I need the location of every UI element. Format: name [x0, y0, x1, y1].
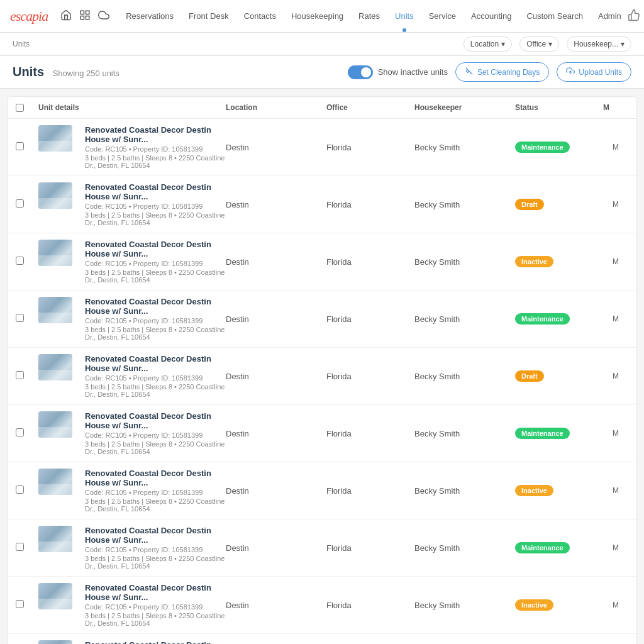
unit-housekeeper: Becky Smith [414, 486, 515, 496]
unit-name[interactable]: Renovated Coastal Decor Destin House w/ … [85, 640, 226, 644]
unit-cell: Renovated Coastal Decor Destin House w/ … [38, 469, 226, 513]
home-icon[interactable] [60, 9, 72, 23]
row-checkbox-col[interactable] [16, 314, 38, 324]
status-badge: Maintenance [515, 142, 570, 153]
unit-location: Destin [226, 314, 326, 324]
row-checkbox[interactable] [16, 428, 24, 436]
set-cleaning-days-button[interactable]: Set Cleaning Days [455, 62, 549, 82]
upload-units-button[interactable]: Upload Units [557, 62, 631, 82]
row-checkbox-col[interactable] [16, 371, 38, 381]
unit-image [38, 583, 72, 609]
unit-name[interactable]: Renovated Coastal Decor Destin House w/ … [85, 125, 226, 144]
table-body: Renovated Coastal Decor Destin House w/ … [8, 119, 636, 644]
unit-housekeeper: Becky Smith [414, 200, 515, 209]
nav-contacts[interactable]: Contacts [238, 9, 282, 23]
unit-cell: Renovated Coastal Decor Destin House w/ … [38, 297, 226, 341]
show-inactive-toggle[interactable] [348, 65, 373, 79]
housekeep-filter[interactable]: Housekeep... ▾ [567, 36, 631, 52]
cloud-icon[interactable] [98, 9, 109, 23]
unit-location: Destin [226, 543, 326, 553]
unit-location: Destin [226, 257, 326, 267]
unit-office: Florida [326, 143, 414, 152]
logo: escapia [10, 8, 48, 25]
unit-info: 3 beds | 2.5 baths | Sleeps 8 • 2250 Coa… [85, 154, 226, 169]
unit-code: Code: RC105 • Property ID: 10581399 [85, 546, 226, 553]
nav-units[interactable]: Units [389, 9, 420, 23]
row-checkbox[interactable] [16, 600, 24, 608]
unit-location: Destin [226, 486, 326, 496]
unit-name[interactable]: Renovated Coastal Decor Destin House w/ … [85, 526, 226, 545]
units-table: Unit details Location Office Housekeeper… [8, 96, 636, 644]
unit-details: Renovated Coastal Decor Destin House w/ … [79, 640, 226, 644]
select-all-checkbox[interactable] [16, 104, 24, 112]
nav-rates[interactable]: Rates [352, 9, 386, 23]
nav-links: Reservations Front Desk Contacts Houseke… [119, 9, 628, 23]
unit-name[interactable]: Renovated Coastal Decor Destin House w/ … [85, 354, 226, 373]
row-checkbox[interactable] [16, 486, 24, 494]
table-row: Renovated Coastal Decor Destin House w/ … [8, 233, 636, 291]
row-checkbox[interactable] [16, 199, 24, 208]
nav-custom-search[interactable]: Custom Search [520, 9, 589, 23]
unit-name[interactable]: Renovated Coastal Decor Destin House w/ … [85, 240, 226, 258]
col-status: Status [515, 103, 603, 112]
unit-image [38, 526, 72, 552]
row-checkbox-col[interactable] [16, 142, 38, 152]
upload-btn-label: Upload Units [579, 68, 622, 77]
table-row: Renovated Coastal Decor Destin House w/ … [8, 405, 636, 462]
row-checkbox[interactable] [16, 314, 24, 322]
row-checkbox[interactable] [16, 371, 24, 379]
row-checkbox-col[interactable] [16, 543, 38, 553]
unit-code: Code: RC105 • Property ID: 10581399 [85, 203, 226, 210]
unit-name[interactable]: Renovated Coastal Decor Destin House w/ … [85, 469, 226, 487]
office-filter[interactable]: Office ▾ [519, 36, 559, 52]
row-checkbox-col[interactable] [16, 257, 38, 267]
unit-code: Code: RC105 • Property ID: 10581399 [85, 489, 226, 496]
top-navigation: escapia Reservations Front Desk Contacts… [0, 0, 644, 33]
nav-service[interactable]: Service [423, 9, 462, 23]
table-row: Renovated Coastal Decor Destin House w/ … [8, 519, 636, 577]
row-checkbox[interactable] [16, 257, 24, 265]
col-unit-details: Unit details [38, 103, 226, 112]
unit-cell: Renovated Coastal Decor Destin House w/ … [38, 182, 226, 226]
unit-location: Destin [226, 429, 326, 438]
row-checkbox-col[interactable] [16, 486, 38, 496]
unit-location: Destin [226, 200, 326, 209]
location-filter[interactable]: Location ▾ [464, 36, 512, 52]
unit-name[interactable]: Renovated Coastal Decor Destin House w/ … [85, 411, 226, 430]
unit-info: 3 beds | 2.5 baths | Sleeps 8 • 2250 Coa… [85, 497, 226, 513]
nav-reservations[interactable]: Reservations [119, 9, 180, 23]
table-row: Renovated Coastal Decor Destin House w/ … [8, 119, 636, 176]
nav-front-desk[interactable]: Front Desk [182, 9, 235, 23]
housekeep-filter-label: Housekeep... [574, 40, 618, 48]
nav-accounting[interactable]: Accounting [465, 9, 518, 23]
page-header: Units Showing 250 units Show inactive un… [0, 56, 644, 89]
unit-office: Florida [326, 200, 414, 209]
nav-housekeeping[interactable]: Housekeeping [285, 9, 350, 23]
unit-name[interactable]: Renovated Coastal Decor Destin House w/ … [85, 297, 226, 316]
row-checkbox-col[interactable] [16, 600, 38, 610]
unit-info: 3 beds | 2.5 baths | Sleeps 8 • 2250 Coa… [85, 326, 226, 341]
row-checkbox[interactable] [16, 543, 24, 551]
thumbs-up-icon[interactable] [628, 14, 640, 23]
unit-status: Maintenance [515, 542, 603, 553]
nav-right-actions [628, 9, 640, 23]
header-actions: Show inactive units Set Cleaning Days Up… [348, 62, 631, 82]
grid-icon[interactable] [79, 9, 91, 23]
row-checkbox-col[interactable] [16, 428, 38, 438]
unit-name[interactable]: Renovated Coastal Decor Destin House w/ … [85, 583, 226, 602]
chevron-down-icon: ▾ [621, 40, 625, 48]
filter-bar: Location ▾ Office ▾ Housekeep... ▾ [464, 36, 631, 52]
unit-name[interactable]: Renovated Coastal Decor Destin House w/ … [85, 182, 226, 201]
unit-housekeeper: Becky Smith [414, 314, 515, 324]
select-all-col[interactable] [16, 103, 38, 112]
unit-code: Code: RC105 • Property ID: 10581399 [85, 603, 226, 611]
row-checkbox-col[interactable] [16, 199, 38, 209]
unit-cell: Renovated Coastal Decor Destin House w/ … [38, 125, 226, 169]
status-badge: Maintenance [515, 542, 570, 553]
unit-status: Inactive [515, 256, 603, 267]
unit-m-col: M [603, 314, 628, 323]
row-checkbox[interactable] [16, 142, 24, 150]
nav-admin[interactable]: Admin [592, 9, 628, 23]
unit-cell: Renovated Coastal Decor Destin House w/ … [38, 354, 226, 398]
table-row: Renovated Coastal Decor Destin House w/ … [8, 176, 636, 233]
